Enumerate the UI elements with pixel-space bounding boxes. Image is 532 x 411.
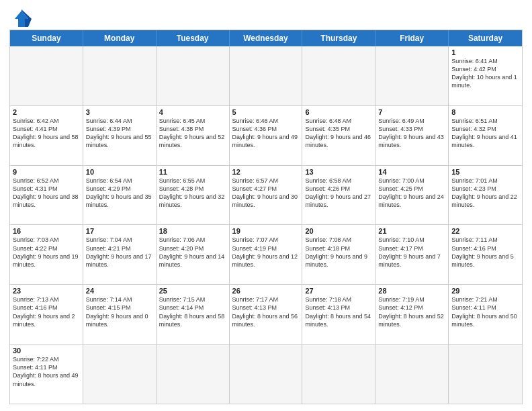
- day-number: 13: [305, 168, 372, 176]
- cal-cell: [230, 46, 303, 105]
- day-info: Sunrise: 6:41 AM Sunset: 4:42 PM Dayligh…: [451, 57, 519, 90]
- cal-cell: 3Sunrise: 6:44 AM Sunset: 4:39 PM Daylig…: [83, 106, 157, 165]
- day-info: Sunrise: 7:11 AM Sunset: 4:16 PM Dayligh…: [451, 236, 519, 269]
- day-info: Sunrise: 6:57 AM Sunset: 4:27 PM Dayligh…: [232, 177, 300, 210]
- cal-cell: 4Sunrise: 6:45 AM Sunset: 4:38 PM Daylig…: [157, 106, 230, 165]
- day-info: Sunrise: 7:15 AM Sunset: 4:14 PM Dayligh…: [159, 295, 226, 328]
- logo: [9, 9, 32, 26]
- cal-cell: 17Sunrise: 7:04 AM Sunset: 4:21 PM Dayli…: [83, 225, 157, 284]
- day-number: 27: [305, 287, 372, 295]
- logo-blue-icon: [11, 9, 32, 28]
- day-info: Sunrise: 7:10 AM Sunset: 4:17 PM Dayligh…: [378, 236, 445, 269]
- day-info: Sunrise: 6:58 AM Sunset: 4:26 PM Dayligh…: [305, 177, 372, 210]
- page: SundayMondayTuesdayWednesdayThursdayFrid…: [0, 0, 532, 411]
- cal-cell: 19Sunrise: 7:07 AM Sunset: 4:19 PM Dayli…: [230, 225, 303, 284]
- day-info: Sunrise: 7:06 AM Sunset: 4:20 PM Dayligh…: [159, 236, 226, 269]
- day-info: Sunrise: 6:42 AM Sunset: 4:41 PM Dayligh…: [13, 117, 80, 150]
- cal-cell: [83, 46, 157, 105]
- cal-cell: 10Sunrise: 6:54 AM Sunset: 4:29 PM Dayli…: [83, 166, 157, 225]
- cal-cell: 18Sunrise: 7:06 AM Sunset: 4:20 PM Dayli…: [157, 225, 230, 284]
- cal-cell: 5Sunrise: 6:46 AM Sunset: 4:36 PM Daylig…: [230, 106, 303, 165]
- cal-cell: 21Sunrise: 7:10 AM Sunset: 4:17 PM Dayli…: [375, 225, 449, 284]
- day-number: 2: [13, 108, 80, 116]
- cal-cell: 20Sunrise: 7:08 AM Sunset: 4:18 PM Dayli…: [302, 225, 375, 284]
- day-number: 19: [232, 227, 300, 235]
- day-info: Sunrise: 7:17 AM Sunset: 4:13 PM Dayligh…: [232, 295, 300, 328]
- day-number: 1: [451, 48, 519, 56]
- cal-week-row-4: 23Sunrise: 7:13 AM Sunset: 4:16 PM Dayli…: [10, 285, 522, 345]
- day-info: Sunrise: 6:44 AM Sunset: 4:39 PM Dayligh…: [86, 117, 153, 150]
- cal-cell: [230, 345, 303, 404]
- day-number: 12: [232, 168, 300, 176]
- cal-cell: [83, 345, 157, 404]
- cal-header-cell-thursday: Thursday: [302, 30, 375, 46]
- day-info: Sunrise: 7:18 AM Sunset: 4:13 PM Dayligh…: [305, 295, 372, 328]
- day-number: 11: [159, 168, 226, 176]
- calendar-body: 1Sunrise: 6:41 AM Sunset: 4:42 PM Daylig…: [10, 46, 522, 404]
- day-number: 26: [232, 287, 300, 295]
- day-number: 24: [86, 287, 153, 295]
- cal-header-cell-sunday: Sunday: [10, 30, 83, 46]
- day-info: Sunrise: 6:45 AM Sunset: 4:38 PM Dayligh…: [159, 117, 226, 150]
- cal-cell: 12Sunrise: 6:57 AM Sunset: 4:27 PM Dayli…: [230, 166, 303, 225]
- day-number: 8: [451, 108, 519, 116]
- cal-cell: [157, 46, 230, 105]
- day-number: 14: [378, 168, 445, 176]
- calendar-header-row: SundayMondayTuesdayWednesdayThursdayFrid…: [10, 30, 522, 46]
- day-number: 16: [13, 227, 80, 235]
- cal-week-row-3: 16Sunrise: 7:03 AM Sunset: 4:22 PM Dayli…: [10, 225, 522, 285]
- cal-cell: [302, 345, 375, 404]
- day-info: Sunrise: 7:22 AM Sunset: 4:11 PM Dayligh…: [13, 355, 80, 388]
- cal-cell: 29Sunrise: 7:21 AM Sunset: 4:11 PM Dayli…: [449, 285, 522, 344]
- cal-cell: [449, 345, 522, 404]
- cal-header-cell-wednesday: Wednesday: [230, 30, 303, 46]
- cal-week-row-2: 9Sunrise: 6:52 AM Sunset: 4:31 PM Daylig…: [10, 166, 522, 226]
- cal-cell: 27Sunrise: 7:18 AM Sunset: 4:13 PM Dayli…: [302, 285, 375, 344]
- cal-cell: 7Sunrise: 6:49 AM Sunset: 4:33 PM Daylig…: [375, 106, 449, 165]
- cal-header-cell-saturday: Saturday: [449, 30, 522, 46]
- cal-cell: 8Sunrise: 6:51 AM Sunset: 4:32 PM Daylig…: [449, 106, 522, 165]
- cal-header-cell-friday: Friday: [375, 30, 449, 46]
- day-info: Sunrise: 6:49 AM Sunset: 4:33 PM Dayligh…: [378, 117, 445, 150]
- day-info: Sunrise: 6:54 AM Sunset: 4:29 PM Dayligh…: [86, 177, 153, 210]
- cal-week-row-5: 30Sunrise: 7:22 AM Sunset: 4:11 PM Dayli…: [10, 345, 522, 404]
- day-number: 7: [378, 108, 445, 116]
- day-info: Sunrise: 7:07 AM Sunset: 4:19 PM Dayligh…: [232, 236, 300, 269]
- cal-cell: [302, 46, 375, 105]
- day-info: Sunrise: 6:51 AM Sunset: 4:32 PM Dayligh…: [451, 117, 519, 150]
- calendar: SundayMondayTuesdayWednesdayThursdayFrid…: [9, 30, 523, 404]
- cal-cell: [375, 46, 449, 105]
- day-number: 28: [378, 287, 445, 295]
- cal-cell: 16Sunrise: 7:03 AM Sunset: 4:22 PM Dayli…: [10, 225, 83, 284]
- cal-cell: [375, 345, 449, 404]
- cal-cell: 14Sunrise: 7:00 AM Sunset: 4:25 PM Dayli…: [375, 166, 449, 225]
- day-number: 21: [378, 227, 445, 235]
- day-info: Sunrise: 7:08 AM Sunset: 4:18 PM Dayligh…: [305, 236, 372, 269]
- day-number: 18: [159, 227, 226, 235]
- day-number: 17: [86, 227, 153, 235]
- day-info: Sunrise: 6:46 AM Sunset: 4:36 PM Dayligh…: [232, 117, 300, 150]
- day-number: 6: [305, 108, 372, 116]
- day-info: Sunrise: 7:19 AM Sunset: 4:12 PM Dayligh…: [378, 295, 445, 328]
- cal-cell: 26Sunrise: 7:17 AM Sunset: 4:13 PM Dayli…: [230, 285, 303, 344]
- day-number: 29: [451, 287, 519, 295]
- cal-cell: 23Sunrise: 7:13 AM Sunset: 4:16 PM Dayli…: [10, 285, 83, 344]
- cal-cell: 2Sunrise: 6:42 AM Sunset: 4:41 PM Daylig…: [10, 106, 83, 165]
- day-info: Sunrise: 6:48 AM Sunset: 4:35 PM Dayligh…: [305, 117, 372, 150]
- day-info: Sunrise: 7:21 AM Sunset: 4:11 PM Dayligh…: [451, 295, 519, 328]
- cal-cell: [157, 345, 230, 404]
- cal-cell: 28Sunrise: 7:19 AM Sunset: 4:12 PM Dayli…: [375, 285, 449, 344]
- cal-cell: 1Sunrise: 6:41 AM Sunset: 4:42 PM Daylig…: [449, 46, 522, 105]
- day-info: Sunrise: 7:03 AM Sunset: 4:22 PM Dayligh…: [13, 236, 80, 269]
- header: [9, 7, 523, 26]
- cal-cell: 9Sunrise: 6:52 AM Sunset: 4:31 PM Daylig…: [10, 166, 83, 225]
- day-number: 23: [13, 287, 80, 295]
- day-number: 22: [451, 227, 519, 235]
- cal-cell: 6Sunrise: 6:48 AM Sunset: 4:35 PM Daylig…: [302, 106, 375, 165]
- cal-cell: 13Sunrise: 6:58 AM Sunset: 4:26 PM Dayli…: [302, 166, 375, 225]
- cal-cell: [10, 46, 83, 105]
- cal-cell: 30Sunrise: 7:22 AM Sunset: 4:11 PM Dayli…: [10, 345, 83, 404]
- cal-cell: 25Sunrise: 7:15 AM Sunset: 4:14 PM Dayli…: [157, 285, 230, 344]
- day-number: 25: [159, 287, 226, 295]
- cal-header-cell-tuesday: Tuesday: [157, 30, 230, 46]
